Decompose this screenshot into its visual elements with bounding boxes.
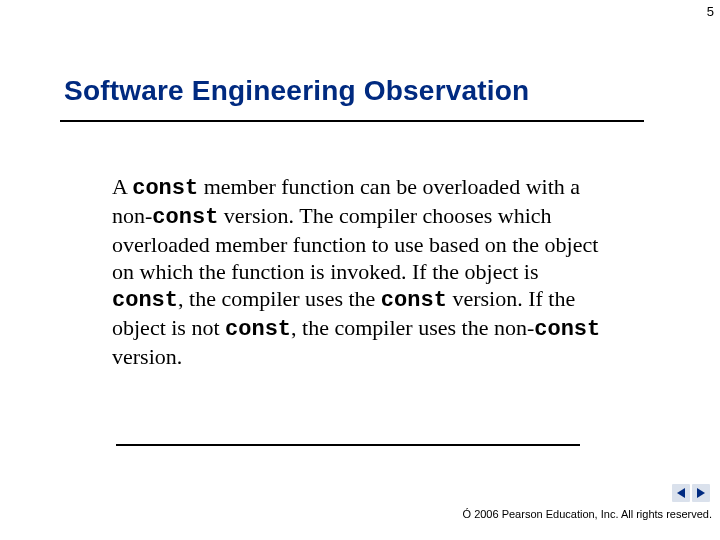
- page-number: 5: [707, 4, 714, 19]
- divider-bottom: [116, 444, 580, 446]
- slide-title: Software Engineering Observation: [64, 75, 529, 107]
- keyword-const: const: [225, 317, 291, 342]
- keyword-const: const: [112, 288, 178, 313]
- body-text: , the compiler uses the non-: [291, 315, 534, 340]
- footer: Ó 2006 Pearson Education, Inc. All right…: [463, 508, 712, 520]
- keyword-const: const: [152, 205, 218, 230]
- nav-controls: [672, 484, 710, 502]
- body-text: version.: [112, 344, 182, 369]
- keyword-const: const: [132, 176, 198, 201]
- arrow-left-icon: [677, 488, 685, 498]
- copyright-symbol: Ó: [463, 508, 472, 520]
- body-text: , the compiler uses the: [178, 286, 381, 311]
- keyword-const: const: [534, 317, 600, 342]
- keyword-const: const: [381, 288, 447, 313]
- divider-top: [60, 120, 644, 122]
- arrow-right-icon: [697, 488, 705, 498]
- prev-button[interactable]: [672, 484, 690, 502]
- footer-text: 2006 Pearson Education, Inc. All rights …: [471, 508, 712, 520]
- body-text: A: [112, 174, 132, 199]
- slide: 5 Software Engineering Observation A con…: [0, 0, 720, 540]
- body-paragraph: A const member function can be overloade…: [112, 173, 612, 370]
- next-button[interactable]: [692, 484, 710, 502]
